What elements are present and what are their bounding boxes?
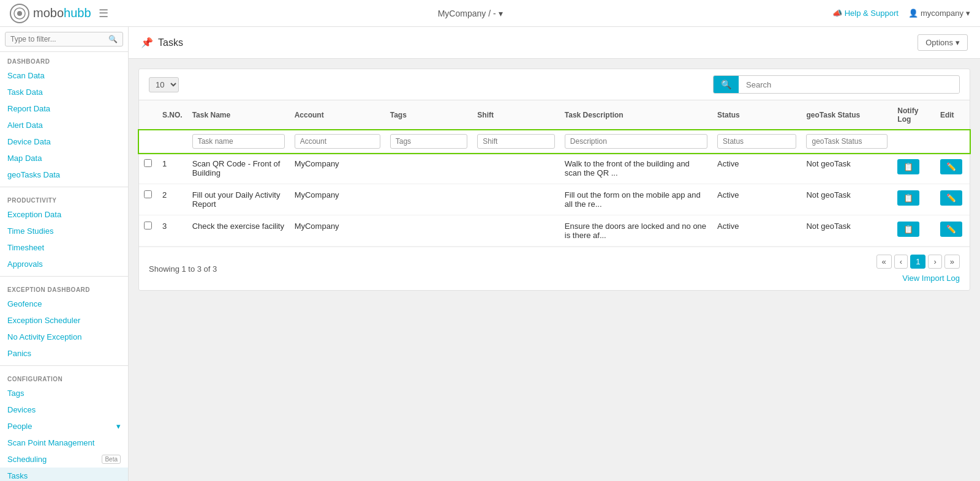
sidebar-item-tasks[interactable]: Tasks bbox=[0, 468, 128, 481]
sidebar-item-scan-point-management[interactable]: Scan Point Management bbox=[0, 434, 128, 451]
hamburger-menu[interactable]: ☰ bbox=[99, 7, 108, 20]
col-header-task-description: Task Description bbox=[560, 100, 712, 130]
sidebar-item-label: geoTasks Data bbox=[7, 170, 60, 179]
help-support-link[interactable]: 📣 Help & Support bbox=[832, 9, 899, 18]
sidebar-item-report-data[interactable]: Report Data bbox=[0, 100, 128, 117]
pagination-prev-button[interactable]: ‹ bbox=[894, 255, 908, 269]
search-icon: 🔍 bbox=[721, 80, 731, 89]
per-page-select-input[interactable]: 10 25 50 bbox=[149, 77, 179, 92]
filter-geotask-input[interactable] bbox=[806, 134, 888, 149]
sidebar-item-no-activity-exception[interactable]: No Activity Exception bbox=[0, 329, 128, 345]
sidebar-item-devices[interactable]: Devices bbox=[0, 401, 128, 418]
search-input[interactable] bbox=[739, 76, 959, 93]
sidebar-item-device-data[interactable]: Device Data bbox=[0, 133, 128, 150]
beta-badge: Beta bbox=[102, 455, 121, 464]
footer-right: « ‹ 1 › » View Import Log bbox=[876, 255, 960, 283]
filter-sno-cell bbox=[157, 130, 187, 153]
sidebar-item-label: Scan Point Management bbox=[7, 438, 94, 447]
sidebar-item-time-studies[interactable]: Time Studies bbox=[0, 223, 128, 239]
sidebar-search[interactable]: 🔍 bbox=[0, 27, 128, 52]
row-checkbox[interactable] bbox=[144, 159, 152, 167]
edit-button[interactable]: ✏️ bbox=[940, 159, 962, 174]
sidebar-item-label: Geofence bbox=[7, 299, 42, 308]
filter-tags-cell bbox=[385, 130, 473, 153]
table-header-row: S.NO. Task Name Account Tags Shift Task … bbox=[139, 100, 970, 130]
document-icon: 📋 bbox=[903, 193, 913, 203]
filter-shift-cell bbox=[472, 130, 559, 153]
notify-log-button[interactable]: 📋 bbox=[897, 222, 919, 237]
pagination-first-button[interactable]: « bbox=[876, 255, 892, 269]
pagination-last-button[interactable]: » bbox=[944, 255, 960, 269]
sidebar-item-map-data[interactable]: Map Data bbox=[0, 150, 128, 166]
filter-status-cell bbox=[712, 130, 801, 153]
sidebar-item-label: Tags bbox=[7, 389, 24, 398]
company-selector[interactable]: MyCompany / - ▾ bbox=[438, 9, 503, 18]
filter-account-input[interactable] bbox=[295, 134, 380, 149]
search-icon: 🔍 bbox=[108, 35, 118, 43]
row-geotask-status: Not geoTask bbox=[801, 215, 892, 247]
sidebar-item-alert-data[interactable]: Alert Data bbox=[0, 117, 128, 133]
edit-button[interactable]: ✏️ bbox=[940, 190, 962, 206]
options-arrow-icon: ▾ bbox=[956, 38, 960, 47]
sidebar-item-label: Exception Data bbox=[7, 210, 61, 219]
edit-button[interactable]: ✏️ bbox=[940, 222, 962, 237]
table-row: 2 Fill out your Daily Activity Report My… bbox=[139, 184, 970, 215]
pagination-page-1-button[interactable]: 1 bbox=[910, 255, 925, 269]
row-geotask-status: Not geoTask bbox=[801, 184, 892, 215]
pagination-controls: « ‹ 1 › » bbox=[876, 255, 960, 269]
options-button[interactable]: Options ▾ bbox=[918, 34, 968, 51]
edit-icon: ✏️ bbox=[946, 193, 956, 203]
col-header-notify-log: Notify Log bbox=[892, 100, 935, 130]
sidebar: 🔍 DASHBOARD Scan Data Task Data Report D… bbox=[0, 27, 129, 481]
sidebar-item-tags[interactable]: Tags bbox=[0, 385, 128, 401]
row-checkbox[interactable] bbox=[144, 222, 152, 229]
sidebar-item-timesheet[interactable]: Timesheet bbox=[0, 239, 128, 256]
row-task-description: Fill out the form on the mobile app and … bbox=[560, 184, 712, 215]
sidebar-item-task-data[interactable]: Task Data bbox=[0, 84, 128, 100]
user-menu[interactable]: 👤 mycompany ▾ bbox=[908, 9, 970, 18]
filter-status-input[interactable] bbox=[717, 134, 796, 149]
sidebar-item-approvals[interactable]: Approvals bbox=[0, 256, 128, 272]
sidebar-item-geofence[interactable]: Geofence bbox=[0, 296, 128, 312]
sidebar-item-label: Task Data bbox=[7, 88, 43, 97]
filter-account-cell bbox=[290, 130, 385, 153]
sidebar-item-label: Tasks bbox=[7, 471, 28, 480]
main-layout: 🔍 DASHBOARD Scan Data Task Data Report D… bbox=[0, 27, 980, 481]
row-shift bbox=[472, 184, 559, 215]
per-page-selector[interactable]: 10 25 50 bbox=[149, 77, 179, 92]
sidebar-item-scheduling[interactable]: Scheduling Beta bbox=[0, 451, 128, 468]
filter-description-input[interactable] bbox=[565, 134, 707, 149]
table-toolbar: 10 25 50 🔍 bbox=[139, 69, 970, 100]
sidebar-item-panics[interactable]: Panics bbox=[0, 345, 128, 362]
notify-log-button[interactable]: 📋 bbox=[897, 159, 919, 174]
nav-left: mobohubb ☰ bbox=[10, 4, 108, 23]
notify-log-button[interactable]: 📋 bbox=[897, 190, 919, 206]
sidebar-item-exception-scheduler[interactable]: Exception Scheduler bbox=[0, 312, 128, 329]
sidebar-item-geotasks-data[interactable]: geoTasks Data bbox=[0, 166, 128, 183]
sidebar-item-label: Panics bbox=[7, 349, 31, 358]
view-import-log-link[interactable]: View Import Log bbox=[902, 274, 960, 283]
table-footer: Showing 1 to 3 of 3 « ‹ 1 › » View Impor… bbox=[139, 247, 970, 290]
search-button[interactable]: 🔍 bbox=[714, 76, 739, 93]
dropdown-arrow-icon: ▾ bbox=[499, 9, 503, 18]
sidebar-filter-input[interactable] bbox=[10, 35, 108, 43]
row-checkbox[interactable] bbox=[144, 190, 152, 198]
sidebar-item-label: Devices bbox=[7, 405, 36, 414]
user-icon: 👤 bbox=[908, 9, 918, 18]
search-box: 🔍 bbox=[713, 75, 960, 94]
pagination-next-button[interactable]: › bbox=[928, 255, 941, 269]
row-checkbox-cell bbox=[139, 153, 157, 184]
table-row: 1 Scan QR Code - Front of Building MyCom… bbox=[139, 153, 970, 184]
section-header-configuration: CONFIGURATION bbox=[0, 370, 128, 385]
sidebar-item-people[interactable]: People ▾ bbox=[0, 418, 128, 434]
logo[interactable]: mobohubb bbox=[10, 4, 91, 23]
col-header-checkbox bbox=[139, 100, 157, 130]
sidebar-item-scan-data[interactable]: Scan Data bbox=[0, 67, 128, 84]
logo-icon bbox=[10, 4, 29, 23]
sidebar-item-exception-data[interactable]: Exception Data bbox=[0, 206, 128, 223]
filter-tags-input[interactable] bbox=[390, 134, 468, 149]
filter-task-name-input[interactable] bbox=[192, 134, 285, 149]
filter-notify-cell bbox=[892, 130, 935, 153]
filter-shift-input[interactable] bbox=[477, 134, 554, 149]
help-label: Help & Support bbox=[845, 9, 899, 18]
